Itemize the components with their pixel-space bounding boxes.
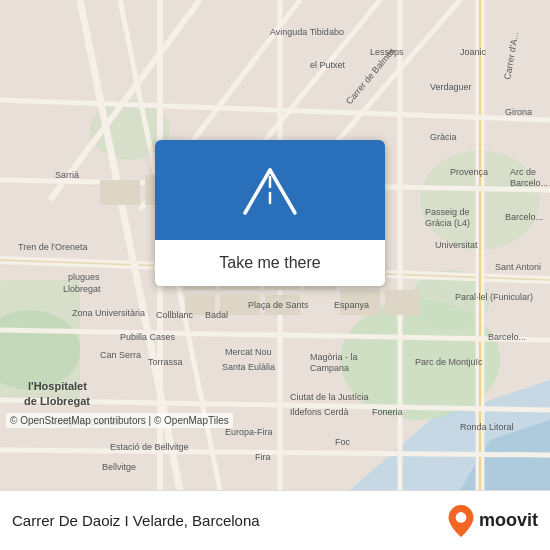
- svg-text:l'Hospitalet: l'Hospitalet: [28, 380, 87, 392]
- svg-text:Ronda Litoral: Ronda Litoral: [460, 422, 514, 432]
- card-road-image: [155, 140, 385, 240]
- svg-text:Foneria: Foneria: [372, 407, 403, 417]
- svg-text:Foc: Foc: [335, 437, 351, 447]
- svg-rect-35: [385, 290, 420, 315]
- svg-text:Gràcia: Gràcia: [430, 132, 457, 142]
- svg-text:Can Serra: Can Serra: [100, 350, 141, 360]
- svg-text:Barcelo...: Barcelo...: [488, 332, 526, 342]
- svg-text:el Putxet: el Putxet: [310, 60, 346, 70]
- svg-text:Passeig de: Passeig de: [425, 207, 470, 217]
- svg-text:Llobregat: Llobregat: [63, 284, 101, 294]
- svg-text:Provença: Provença: [450, 167, 488, 177]
- svg-text:Gràcia (L4): Gràcia (L4): [425, 218, 470, 228]
- svg-text:Espanya: Espanya: [334, 300, 369, 310]
- svg-text:Ildefons Cerdà: Ildefons Cerdà: [290, 407, 349, 417]
- svg-text:Bellvitge: Bellvitge: [102, 462, 136, 472]
- svg-text:Avinguda Tibidabo: Avinguda Tibidabo: [270, 27, 344, 37]
- svg-text:Campana: Campana: [310, 363, 349, 373]
- svg-text:Girona: Girona: [505, 107, 532, 117]
- svg-text:Fira: Fira: [255, 452, 271, 462]
- svg-line-87: [245, 170, 270, 213]
- svg-text:Zona Universitària: Zona Universitària: [72, 308, 145, 318]
- svg-text:Sant Antoni: Sant Antoni: [495, 262, 541, 272]
- svg-text:Torrassa: Torrassa: [148, 357, 183, 367]
- svg-text:Santa Eulàlia: Santa Eulàlia: [222, 362, 275, 372]
- svg-text:Europa-Fira: Europa-Fira: [225, 427, 273, 437]
- svg-text:Barcelo...: Barcelo...: [510, 178, 548, 188]
- svg-text:Magòria - la: Magòria - la: [310, 352, 358, 362]
- svg-text:Ciutat de la Justícia: Ciutat de la Justícia: [290, 392, 369, 402]
- svg-text:Estació de Bellvitge: Estació de Bellvitge: [110, 442, 189, 452]
- svg-line-88: [270, 170, 295, 213]
- svg-rect-36: [100, 180, 140, 205]
- svg-text:Barcelo...: Barcelo...: [505, 212, 543, 222]
- map-attribution: © OpenStreetMap contributors | © OpenMap…: [6, 413, 233, 428]
- svg-text:Tren de l'Oreneta: Tren de l'Oreneta: [18, 242, 87, 252]
- svg-text:de Llobregat: de Llobregat: [24, 395, 90, 407]
- moovit-logo: moovit: [447, 505, 538, 537]
- moovit-brand-text: moovit: [479, 510, 538, 531]
- svg-text:Sarrià: Sarrià: [55, 170, 79, 180]
- svg-text:Mercat Nou: Mercat Nou: [225, 347, 272, 357]
- svg-text:Joanic: Joanic: [460, 47, 487, 57]
- svg-text:Collblanc: Collblanc: [156, 310, 194, 320]
- footer-address: Carrer De Daoiz I Velarde, Barcelona: [12, 512, 447, 529]
- map-container: Tren de l'Oreneta Sarrià la Bonanova Avi…: [0, 0, 550, 490]
- svg-text:Pubilla Cases: Pubilla Cases: [120, 332, 176, 342]
- footer-bar: Carrer De Daoiz I Velarde, Barcelona moo…: [0, 490, 550, 550]
- svg-text:Parc de Montjuïc: Parc de Montjuïc: [415, 357, 483, 367]
- svg-text:Universitat: Universitat: [435, 240, 478, 250]
- svg-text:Arc de: Arc de: [510, 167, 536, 177]
- svg-point-91: [456, 512, 467, 523]
- svg-text:Plaça de Sants: Plaça de Sants: [248, 300, 309, 310]
- svg-text:Badal: Badal: [205, 310, 228, 320]
- svg-text:Verdaguer: Verdaguer: [430, 82, 472, 92]
- svg-text:plugues: plugues: [68, 272, 100, 282]
- svg-text:Paral·lel (Funicular): Paral·lel (Funicular): [455, 292, 533, 302]
- take-me-there-button[interactable]: Take me there: [155, 240, 385, 286]
- moovit-pin-icon: [447, 505, 475, 537]
- overlay-card: Take me there: [155, 140, 385, 286]
